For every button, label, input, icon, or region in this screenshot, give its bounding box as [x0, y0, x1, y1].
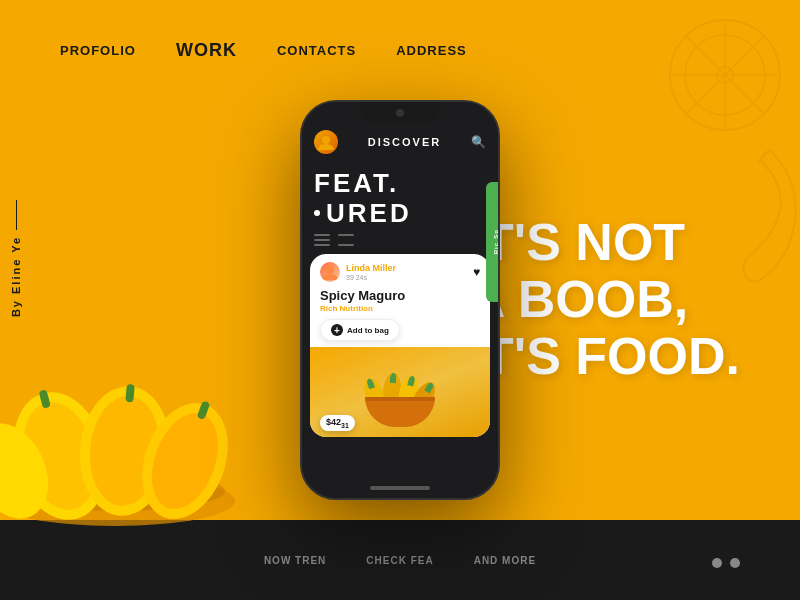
card-user-avatar [320, 262, 340, 282]
svg-point-20 [322, 136, 330, 144]
hero-line-1: IT'S NOT [468, 213, 685, 271]
featured-icons-row: URED [314, 200, 486, 226]
heart-icon[interactable]: ♥ [473, 265, 480, 279]
phone-camera [396, 109, 404, 117]
app-controls-row [302, 232, 498, 250]
nav-item-work[interactable]: WORK [176, 40, 237, 61]
card-product-image: $4231 [310, 347, 490, 437]
add-to-bag-label: Add to bag [347, 326, 389, 335]
search-icon[interactable]: 🔍 [471, 135, 486, 149]
bottom-link-trending[interactable]: Now Tren [264, 555, 326, 566]
app-user-avatar [314, 130, 338, 154]
card-user-info: Linda Miller 39 24s [346, 263, 467, 281]
card-user-name: Linda Miller [346, 263, 467, 274]
author-label-wrapper: By Eline Ye [10, 200, 22, 317]
featured-dot [314, 210, 320, 216]
nav-item-profolio[interactable]: PROFOLIO [60, 43, 136, 58]
featured-line1: FEAT. [314, 170, 486, 196]
card-product-subtitle: Rich Nutrition [310, 303, 490, 317]
pagination-dot-3[interactable] [730, 558, 740, 568]
author-line-decoration [16, 200, 17, 230]
bowl-shape [365, 397, 435, 427]
author-label: By Eline Ye [10, 236, 22, 317]
card-product-name: Spicy Maguro [310, 286, 490, 303]
green-side-bar: Sp Ric [486, 182, 498, 302]
pepper-bowl-illustration [360, 357, 440, 427]
bottom-bar: Now Tren Check Fea And More [0, 520, 800, 600]
bottom-link-more[interactable]: And More [474, 555, 536, 566]
phone-screen: DISCOVER 🔍 FEAT. URED [302, 102, 498, 498]
banana-decoration-icon [730, 140, 800, 290]
nav-item-address[interactable]: ADDRESS [396, 43, 467, 58]
hero-text-block: IT'S NOT A BOOB, IT'S FOOD. [468, 214, 740, 386]
side-bar-text: Sp [493, 229, 498, 239]
price-main: $42 [326, 417, 341, 427]
product-card: Linda Miller 39 24s ♥ Spicy Maguro Rich … [310, 254, 490, 437]
hero-line-2: A BOOB, [468, 270, 689, 328]
nav-item-contacts[interactable]: CONTACTS [277, 43, 356, 58]
pagination-dot-1[interactable] [692, 558, 704, 570]
add-to-bag-button[interactable]: + Add to bag [320, 319, 400, 341]
pagination-dot-2[interactable] [712, 558, 722, 568]
price-badge: $4231 [320, 415, 355, 431]
hero-line-3: IT'S FOOD. [468, 328, 740, 386]
page-wrapper: PROFOLIO WORK CONTACTS ADDRESS By Eline … [0, 0, 800, 600]
pagination-dots [692, 558, 740, 570]
svg-point-21 [326, 266, 334, 274]
app-title: DISCOVER [368, 136, 441, 148]
bottom-link-featured[interactable]: Check Fea [366, 555, 433, 566]
price-cents: 31 [341, 422, 349, 429]
phone-mockup: DISCOVER 🔍 FEAT. URED [300, 100, 500, 500]
card-user-row: Linda Miller 39 24s ♥ [310, 254, 490, 286]
card-user-rating: 39 24s [346, 274, 467, 281]
featured-section: FEAT. URED [302, 162, 498, 232]
navigation: PROFOLIO WORK CONTACTS ADDRESS [0, 0, 800, 100]
side-bar-text2: Ric [493, 242, 498, 254]
peppers-decoration [0, 326, 250, 530]
phone-home-indicator [302, 486, 498, 490]
grid-icon[interactable] [314, 234, 330, 246]
list-icon[interactable] [338, 234, 354, 246]
home-bar [370, 486, 430, 490]
phone-body: DISCOVER 🔍 FEAT. URED [300, 100, 500, 500]
featured-line2: URED [326, 200, 412, 226]
phone-notch [360, 102, 440, 124]
plus-icon: + [331, 324, 343, 336]
